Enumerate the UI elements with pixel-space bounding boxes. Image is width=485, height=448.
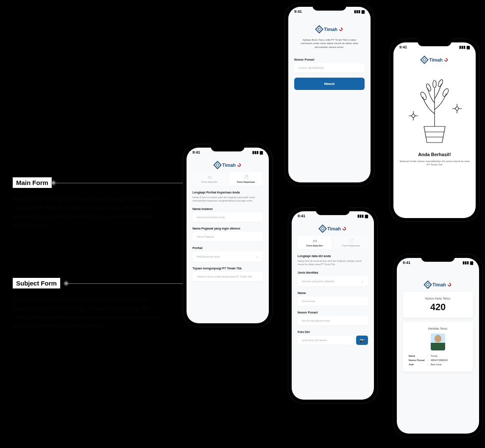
annotation-subject-form-title: Subject Form: [13, 278, 60, 288]
section-subtext: Harap data diri anda secara valid dan le…: [298, 260, 368, 266]
tab-form-data-diri[interactable]: ▭ Form Data Diri: [192, 172, 226, 186]
instansi-label: Nama Instansi: [192, 207, 263, 210]
camera-icon: 📷: [360, 338, 365, 343]
svg-point-4: [433, 80, 436, 88]
annotation-dot: [64, 282, 68, 285]
status-icons: ▮▮▮▆: [354, 9, 365, 14]
brand-logo: Timah: [397, 282, 479, 288]
status-time: 9:41: [298, 214, 305, 218]
perihal-select[interactable]: Pilih keperluan anda ⌄: [192, 252, 263, 262]
section-subtext: Harap di form ini secara valid dan lengk…: [192, 196, 263, 202]
status-time: 9:41: [399, 45, 407, 49]
tab-form-data-diri[interactable]: ▭ Form Data Diri: [298, 236, 332, 249]
logo-ring-icon: [443, 57, 448, 62]
guest-photo: [431, 333, 445, 350]
guest-number-value: 420: [407, 302, 469, 313]
instansi-input[interactable]: Nama Asal Instansi anda: [192, 213, 263, 222]
guest-identity-label: Identitas Tamu:: [407, 327, 469, 330]
pegawai-label: Nama Pegawai yang ingin ditemui: [192, 227, 263, 230]
brand-logo: Timah: [288, 26, 371, 32]
tujuan-input[interactable]: Tuliskan tujuan anda mengunjungi PT Tima…: [192, 272, 263, 281]
camera-button[interactable]: 📷: [356, 336, 368, 345]
status-time: 9:41: [192, 150, 200, 154]
phone-input[interactable]: Nomor Handphone Anda: [298, 316, 368, 325]
logo-diamond-icon: [315, 25, 323, 34]
chevron-down-icon: ⌄: [361, 280, 364, 283]
logo-ring-icon: [447, 282, 452, 287]
id-card-icon: ▭: [208, 175, 212, 179]
logo-ring-icon: [342, 226, 346, 231]
phone-field-label: Nomor Ponsel: [294, 58, 365, 61]
status-icons: ▮▮▮▆: [252, 150, 263, 154]
logo-diamond-icon: [420, 56, 429, 64]
document-icon: 📄: [243, 175, 248, 179]
chevron-down-icon: ⌄: [256, 255, 259, 258]
annotation-main-form-title: Main Form: [13, 177, 52, 188]
svg-point-3: [438, 79, 444, 87]
perihal-label: Perihal: [192, 246, 263, 249]
status-icons: ▮▮▮▆: [463, 260, 473, 265]
phone-input[interactable]: Contoh: 08135420634: [294, 63, 365, 73]
tujuan-label: Tujuan mengunjungi PT Timah Tbk: [192, 267, 263, 270]
id-type-label: Jenis Identitas: [298, 271, 368, 274]
identity-row-phone: Nomor Ponsel: 0856473838093: [407, 358, 469, 362]
photo-input[interactable]: Ambil Foto Diri Sendiri: [298, 336, 354, 345]
phone-login-screen: 9:41 ▮▮▮▆ Timah Aplikasi Buku Tamu milik…: [285, 3, 374, 186]
login-submit-button[interactable]: Masuk: [294, 78, 365, 90]
phone-form-keperluan-screen: 9:41 ▮▮▮▆ Timah ▭ Form Data Diri 📄 Form …: [183, 144, 272, 327]
tab-form-keperluan[interactable]: 📄 Form Keperluan: [334, 236, 368, 249]
logo-text: Timah: [324, 27, 337, 32]
svg-point-0: [420, 91, 428, 101]
id-card-icon: ▭: [313, 238, 317, 243]
pegawai-input[interactable]: Nama Pegawai: [192, 232, 263, 241]
logo-ring-icon: [237, 162, 241, 167]
status-icons: ▮▮▮▆: [357, 214, 368, 218]
section-heading: Lengkapi data diri anda: [298, 255, 368, 258]
logo-text: Timah: [327, 226, 341, 231]
status-time: 9:41: [294, 9, 302, 14]
brand-logo: Timah: [187, 162, 269, 168]
phone-label: Nomor Ponsel: [298, 311, 368, 314]
annotation-main-form-body: Berisi informasi data diri tamu yang ber…: [13, 195, 165, 230]
annotation-connector-line: [68, 283, 187, 284]
document-icon: 📄: [348, 238, 354, 243]
phone-guest-card-screen: 9:41 ▮▮▮▆ Timah Nomor Kartu Tamu: 420 Id…: [393, 255, 482, 437]
status-icons: ▮▮▮▆: [459, 45, 470, 49]
section-heading: Lengkapi Perihal Keperluan Anda: [192, 191, 263, 194]
logo-text: Timah: [429, 57, 443, 62]
logo-diamond-icon: [318, 224, 327, 233]
identity-row-name: Nama: Timoty: [407, 354, 469, 358]
tab-form-keperluan[interactable]: 📄 Form Keperluan: [229, 172, 263, 186]
status-time: 9:41: [403, 260, 410, 265]
logo-diamond-icon: [213, 161, 222, 169]
guest-number-card: Nomor Kartu Tamu: 420: [403, 292, 473, 318]
plant-illustration: [405, 71, 464, 148]
phone-success-screen: 9:41 ▮▮▮▆ Timah: [390, 39, 479, 221]
logo-text: Timah: [222, 162, 236, 168]
login-intro-text: Aplikasi Buku Tamu milik PT Timah Tbk in…: [294, 38, 365, 49]
id-type-select[interactable]: Identitas yang akan dititipkan ⌄: [298, 276, 368, 286]
photo-label: Foto Diri: [298, 330, 368, 333]
brand-logo: Timah: [292, 226, 374, 232]
identity-row-asal: Asal: Bea Cukai: [407, 362, 469, 367]
logo-text: Timah: [432, 282, 446, 287]
logo-diamond-icon: [424, 280, 432, 289]
success-subtext: Selamat! Anda sukses mendaftarkan diri u…: [393, 157, 476, 167]
svg-point-1: [442, 88, 450, 97]
name-label: Nama: [298, 291, 368, 294]
success-heading: Anda Berhasil!: [393, 152, 476, 157]
logo-ring-icon: [338, 27, 343, 31]
guest-number-label: Nomor Kartu Tamu:: [407, 297, 469, 300]
guest-identity-card: Identitas Tamu: Nama: Timoty Nomor Ponse…: [403, 322, 473, 372]
name-input[interactable]: Nama Anda: [298, 297, 368, 306]
svg-point-2: [426, 83, 432, 92]
brand-logo: Timah: [393, 57, 476, 63]
phone-form-data-diri-screen: 9:41 ▮▮▮▆ Timah ▭ Form Data Diri 📄 Form …: [288, 208, 377, 403]
annotation-dot: [52, 181, 55, 185]
annotation-subject-form-body: Berisi informasi keperluan tamu yang ber…: [13, 295, 165, 330]
